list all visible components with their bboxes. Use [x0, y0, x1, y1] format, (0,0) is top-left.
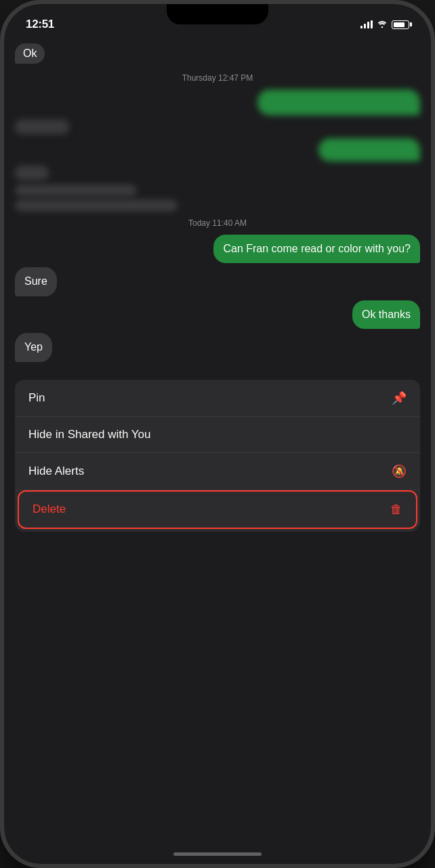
notch: [167, 4, 268, 24]
screen: 12:51: [4, 4, 431, 864]
hide-alerts-icon: 🔕: [392, 464, 407, 479]
list-item: [15, 184, 420, 212]
chat-area: Ok Thursday 12:47 PM: [4, 43, 431, 369]
pin-icon: 📌: [392, 391, 407, 406]
svg-point-0: [381, 26, 384, 28]
list-item: Sure: [15, 267, 420, 296]
message-bubble-outgoing: Ok thanks: [352, 300, 420, 329]
list-item: [15, 90, 420, 115]
signal-icon: [360, 20, 373, 28]
list-item: Can Fran come read or color with you?: [15, 235, 420, 263]
list-item: [15, 165, 420, 180]
message-bubble-incoming: Sure: [15, 267, 57, 296]
list-item: Ok: [15, 43, 420, 66]
timestamp-today: Today 11:40 AM: [15, 218, 420, 228]
menu-item-hide-shared[interactable]: Hide in Shared with You: [15, 417, 420, 453]
list-item: Ok thanks: [15, 300, 420, 329]
wifi-icon: [377, 19, 388, 30]
list-item: [15, 138, 420, 161]
trash-icon: 🗑: [390, 502, 402, 517]
delete-label: Delete: [33, 502, 66, 516]
timestamp-thursday: Thursday 12:47 PM: [15, 73, 420, 83]
home-indicator: [173, 852, 262, 856]
menu-item-hide-alerts[interactable]: Hide Alerts 🔕: [15, 453, 420, 490]
message-bubble-outgoing: Can Fran come read or color with you?: [213, 235, 420, 263]
context-menu: Pin 📌 Hide in Shared with You Hide Alert…: [15, 380, 420, 532]
list-item: [15, 119, 420, 134]
menu-item-pin[interactable]: Pin 📌: [15, 380, 420, 417]
hide-shared-label: Hide in Shared with You: [28, 428, 151, 441]
list-item: Yep: [15, 333, 420, 361]
phone-frame: 12:51: [0, 0, 435, 868]
message-bubble-incoming: Yep: [15, 333, 52, 361]
status-time: 12:51: [26, 18, 54, 31]
hide-alerts-label: Hide Alerts: [28, 465, 84, 478]
battery-icon: [392, 20, 409, 29]
pin-label: Pin: [28, 391, 45, 405]
menu-item-delete[interactable]: Delete 🗑: [18, 490, 417, 529]
status-icons: [360, 19, 409, 30]
